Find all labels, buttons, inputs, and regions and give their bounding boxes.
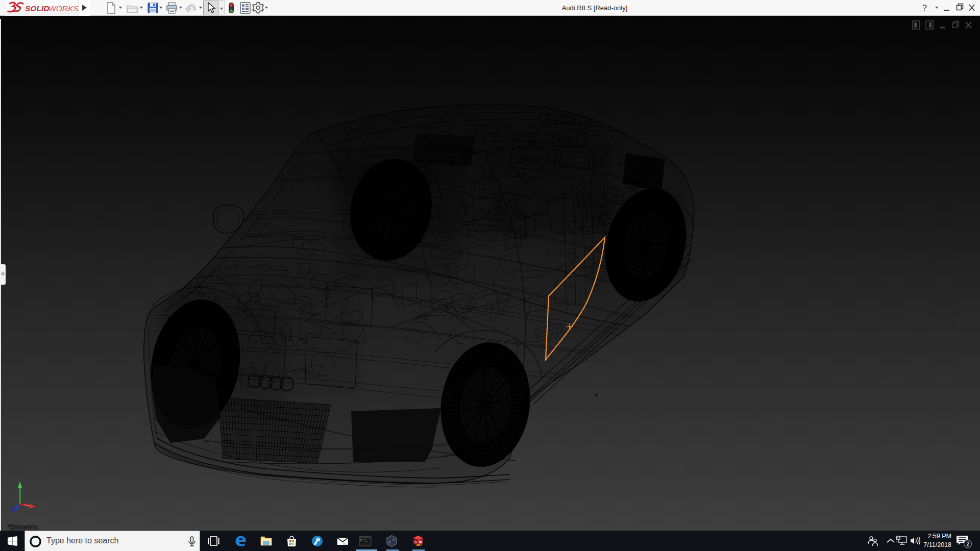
svg-text:?: ?	[922, 4, 927, 12]
svg-text:2017: 2017	[416, 544, 422, 546]
svg-text:WORKS: WORKS	[48, 4, 79, 13]
svg-text:SOLID: SOLID	[25, 4, 49, 13]
svg-text:C:\_: C:\_	[360, 539, 368, 542]
svg-text:2: 2	[967, 541, 970, 547]
